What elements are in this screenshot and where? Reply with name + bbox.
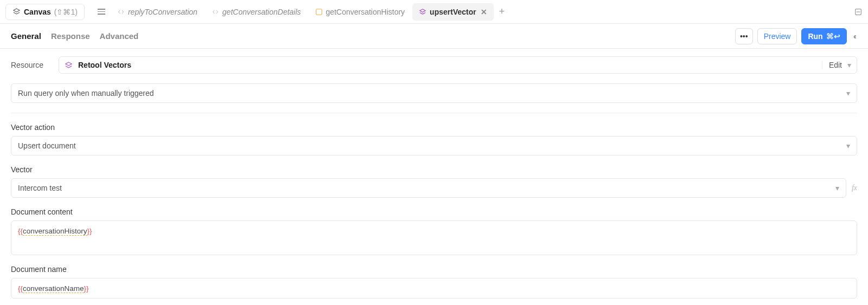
tab-advanced[interactable]: Advanced — [100, 31, 139, 41]
trigger-value: Run query only when manually triggered — [18, 89, 154, 98]
list-icon[interactable] — [98, 9, 105, 15]
tab-response[interactable]: Response — [51, 31, 90, 41]
resource-name: Retool Vectors — [78, 61, 131, 69]
resource-select[interactable]: Retool Vectors Edit ▾ — [59, 56, 857, 74]
run-button[interactable]: Run ⌘↩ — [801, 28, 846, 44]
tab-get-conversation-history[interactable]: getConversationHistory — [309, 3, 412, 21]
tab-label: upsertVector — [430, 8, 476, 16]
sub-tab-bar: General Response Advanced ••• Preview Ru… — [0, 24, 868, 49]
layers-icon — [65, 61, 73, 69]
canvas-button[interactable]: Canvas (⇧⌘1) — [5, 4, 85, 20]
chevron-down-icon[interactable]: ▾ — [847, 61, 851, 69]
tab-label: getConversationDetails — [222, 8, 301, 16]
vector-select[interactable]: Intercom test ▾ — [11, 178, 846, 198]
collapse-icon[interactable]: ‹‹ — [851, 32, 857, 41]
tab-reply-to-conversation[interactable]: replyToConversation — [111, 3, 204, 21]
fx-toggle[interactable]: fx — [852, 184, 857, 192]
braces-icon — [117, 8, 125, 16]
resource-label: Resource — [11, 61, 51, 69]
run-shortcut: ⌘↩ — [826, 32, 840, 41]
tab-general[interactable]: General — [11, 31, 41, 41]
canvas-shortcut: (⇧⌘1) — [54, 8, 78, 16]
doc-name-label: Document name — [11, 265, 857, 274]
layers-icon — [12, 8, 21, 16]
divider — [11, 113, 857, 113]
run-label: Run — [808, 32, 822, 41]
vector-action-select[interactable]: Upsert document ▾ — [11, 136, 857, 155]
tab-upsert-vector[interactable]: upsertVector ✕ — [412, 3, 494, 21]
more-button[interactable]: ••• — [735, 28, 753, 44]
trigger-select[interactable]: Run query only when manually triggered ▾ — [11, 83, 857, 103]
vector-action-value: Upsert document — [18, 141, 76, 150]
doc-content-label: Document content — [11, 207, 857, 216]
svg-rect-0 — [316, 9, 322, 15]
chevron-down-icon: ▾ — [846, 141, 850, 150]
close-icon[interactable]: ✕ — [481, 8, 487, 16]
top-bar: Canvas (⇧⌘1) replyToConversation getConv… — [0, 0, 868, 24]
query-panel: Resource Retool Vectors Edit ▾ Run query… — [0, 49, 868, 305]
tab-label: replyToConversation — [128, 8, 197, 16]
doc-name-input[interactable]: {{conversationName}} — [11, 278, 857, 298]
vector-label: Vector — [11, 165, 857, 174]
tab-label: getConversationHistory — [326, 8, 405, 16]
preview-button[interactable]: Preview — [757, 28, 797, 44]
chevron-down-icon: ▾ — [846, 89, 850, 98]
edit-resource-button[interactable]: Edit — [829, 61, 842, 69]
minimize-icon[interactable] — [854, 8, 863, 16]
js-icon — [315, 8, 323, 16]
chevron-down-icon: ▾ — [835, 184, 839, 192]
doc-content-input[interactable]: {{conversationHistory}} — [11, 220, 857, 255]
vector-value: Intercom test — [18, 184, 62, 192]
braces-icon — [212, 8, 219, 16]
add-tab-button[interactable]: + — [495, 6, 509, 17]
layers-icon — [419, 8, 426, 16]
tab-get-conversation-details[interactable]: getConversationDetails — [205, 3, 308, 21]
vector-action-label: Vector action — [11, 123, 857, 132]
tabs-row: replyToConversation getConversationDetai… — [98, 3, 509, 21]
canvas-label: Canvas — [24, 8, 51, 16]
